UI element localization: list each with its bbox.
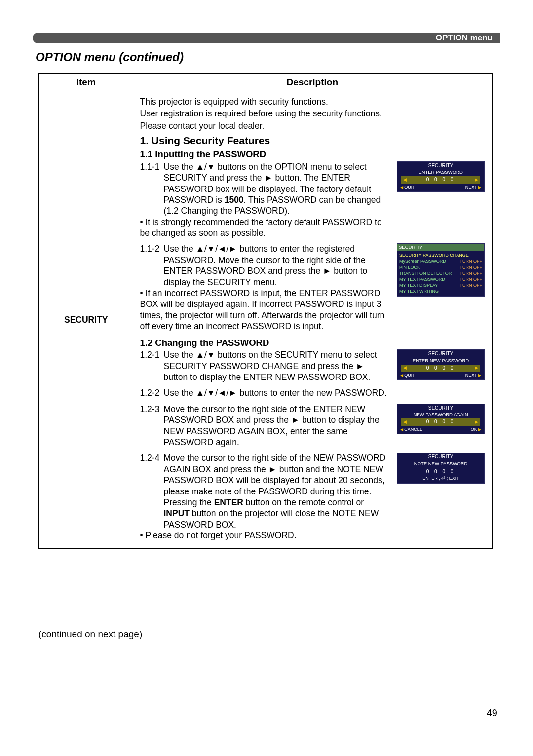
step-body-1-2-4: Move the cursor to the right side of the… <box>164 453 390 530</box>
heading-changing-password: 1.2 Changing the PASSWORD <box>140 337 485 349</box>
option-security-table: Item Description SECURITY This projector… <box>38 73 493 549</box>
osd-enter-new-password: SECURITY ENTER NEW PASSWORD ◀0 0 0 0▶ QU… <box>397 349 485 380</box>
page-number: 49 <box>487 707 497 718</box>
osd-note-new-password: SECURITY NOTE NEW PASSWORD 0 0 0 0 ENTER… <box>397 453 485 483</box>
header-bar: OPTION menu <box>33 33 500 43</box>
step-body-1-1-1: Use the ▲/▼ buttons on the OPTION menu t… <box>164 161 390 217</box>
step-body-1-2-3: Move the cursor to the right side of the… <box>164 404 390 448</box>
col-description: Description <box>133 74 492 91</box>
note-wrong-password: • If an incorrect PASSWORD is input, the… <box>140 288 390 332</box>
item-security: SECURITY <box>39 91 133 549</box>
step-num-1-2-4: 1.2-4 <box>140 453 164 530</box>
step-num-1-2-2: 1.2-2 <box>140 387 164 398</box>
osd-enter-password: SECURITY ENTER PASSWORD ◀0 0 0 0▶ QUITNE… <box>397 161 485 192</box>
step-num-1-2-1: 1.2-1 <box>140 349 164 382</box>
note-dont-forget: • Please do not forget your PASSWORD. <box>140 530 390 541</box>
continued-label: (continued on next page) <box>38 629 142 640</box>
heading-using-security-features: 1. Using Security Features <box>140 134 485 148</box>
intro-line-3: Please contact your local dealer. <box>140 120 485 131</box>
description-cell: This projector is equipped with security… <box>133 91 492 549</box>
step-body-1-2-1: Use the ▲/▼ buttons on the SECURITY menu… <box>164 349 390 382</box>
col-item: Item <box>39 74 133 91</box>
header-menu-label: OPTION menu <box>436 33 493 43</box>
heading-inputting-password: 1.1 Inputting the PASSWORD <box>140 149 485 160</box>
step-num-1-2-3: 1.2-3 <box>140 404 164 448</box>
step-body-1-1-2: Use the ▲/▼/◄/► buttons to enter the reg… <box>164 243 390 288</box>
intro-line-1: This projector is equipped with security… <box>140 96 485 107</box>
osd-security-menu: SECURITY SECURITY PASSWORD CHANGE MyScre… <box>397 243 485 297</box>
step-num-1-1-1: 1.1-1 <box>140 161 164 217</box>
intro-line-2: User registration is required before usi… <box>140 108 485 119</box>
note-change-default: • It is strongly recommended the factory… <box>140 217 390 239</box>
osd-new-password-again: SECURITY NEW PASSWORD AGAIN ◀0 0 0 0▶ CA… <box>397 404 485 434</box>
step-num-1-1-2: 1.1-2 <box>140 243 164 288</box>
step-body-1-2-2: Use the ▲/▼/◄/► buttons to enter the new… <box>164 387 485 398</box>
section-title: OPTION menu (continued) <box>36 50 184 64</box>
